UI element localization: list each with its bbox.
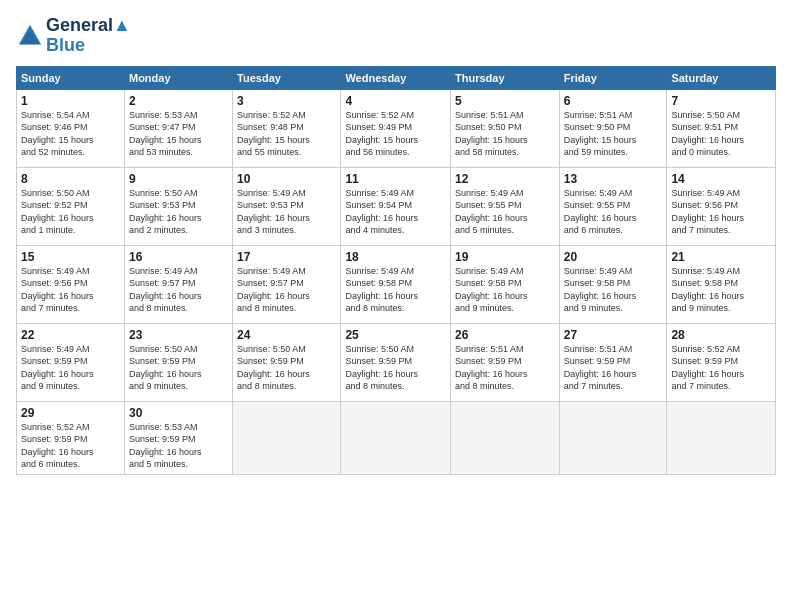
calendar-cell: 12Sunrise: 5:49 AM Sunset: 9:55 PM Dayli… xyxy=(451,167,560,245)
calendar-cell: 23Sunrise: 5:50 AM Sunset: 9:59 PM Dayli… xyxy=(124,323,232,401)
calendar-cell: 29Sunrise: 5:52 AM Sunset: 9:59 PM Dayli… xyxy=(17,401,125,474)
day-number: 2 xyxy=(129,94,228,108)
calendar-cell xyxy=(451,401,560,474)
day-info: Sunrise: 5:49 AM Sunset: 9:59 PM Dayligh… xyxy=(21,343,120,393)
day-number: 26 xyxy=(455,328,555,342)
calendar: SundayMondayTuesdayWednesdayThursdayFrid… xyxy=(16,66,776,475)
day-info: Sunrise: 5:50 AM Sunset: 9:53 PM Dayligh… xyxy=(129,187,228,237)
day-info: Sunrise: 5:50 AM Sunset: 9:59 PM Dayligh… xyxy=(345,343,446,393)
calendar-cell xyxy=(559,401,667,474)
calendar-cell: 3Sunrise: 5:52 AM Sunset: 9:48 PM Daylig… xyxy=(233,89,341,167)
calendar-cell: 8Sunrise: 5:50 AM Sunset: 9:52 PM Daylig… xyxy=(17,167,125,245)
day-info: Sunrise: 5:49 AM Sunset: 9:58 PM Dayligh… xyxy=(564,265,663,315)
day-info: Sunrise: 5:53 AM Sunset: 9:59 PM Dayligh… xyxy=(129,421,228,471)
day-info: Sunrise: 5:52 AM Sunset: 9:59 PM Dayligh… xyxy=(21,421,120,471)
calendar-cell: 25Sunrise: 5:50 AM Sunset: 9:59 PM Dayli… xyxy=(341,323,451,401)
day-number: 17 xyxy=(237,250,336,264)
calendar-cell: 9Sunrise: 5:50 AM Sunset: 9:53 PM Daylig… xyxy=(124,167,232,245)
day-number: 16 xyxy=(129,250,228,264)
calendar-cell: 1Sunrise: 5:54 AM Sunset: 9:46 PM Daylig… xyxy=(17,89,125,167)
day-number: 15 xyxy=(21,250,120,264)
day-info: Sunrise: 5:49 AM Sunset: 9:58 PM Dayligh… xyxy=(345,265,446,315)
day-number: 14 xyxy=(671,172,771,186)
calendar-cell: 10Sunrise: 5:49 AM Sunset: 9:53 PM Dayli… xyxy=(233,167,341,245)
day-number: 6 xyxy=(564,94,663,108)
day-info: Sunrise: 5:49 AM Sunset: 9:53 PM Dayligh… xyxy=(237,187,336,237)
day-number: 7 xyxy=(671,94,771,108)
logo-icon xyxy=(16,22,44,50)
day-number: 9 xyxy=(129,172,228,186)
calendar-cell: 17Sunrise: 5:49 AM Sunset: 9:57 PM Dayli… xyxy=(233,245,341,323)
day-info: Sunrise: 5:49 AM Sunset: 9:55 PM Dayligh… xyxy=(564,187,663,237)
weekday-header: Thursday xyxy=(451,66,560,89)
day-number: 18 xyxy=(345,250,446,264)
day-number: 30 xyxy=(129,406,228,420)
day-info: Sunrise: 5:49 AM Sunset: 9:55 PM Dayligh… xyxy=(455,187,555,237)
day-info: Sunrise: 5:51 AM Sunset: 9:50 PM Dayligh… xyxy=(564,109,663,159)
logo-text: General▲ Blue xyxy=(46,16,131,56)
day-number: 12 xyxy=(455,172,555,186)
day-info: Sunrise: 5:51 AM Sunset: 9:50 PM Dayligh… xyxy=(455,109,555,159)
day-number: 22 xyxy=(21,328,120,342)
logo: General▲ Blue xyxy=(16,16,131,56)
day-number: 25 xyxy=(345,328,446,342)
calendar-cell: 2Sunrise: 5:53 AM Sunset: 9:47 PM Daylig… xyxy=(124,89,232,167)
day-info: Sunrise: 5:51 AM Sunset: 9:59 PM Dayligh… xyxy=(564,343,663,393)
calendar-cell: 18Sunrise: 5:49 AM Sunset: 9:58 PM Dayli… xyxy=(341,245,451,323)
day-number: 24 xyxy=(237,328,336,342)
calendar-cell: 22Sunrise: 5:49 AM Sunset: 9:59 PM Dayli… xyxy=(17,323,125,401)
weekday-header: Wednesday xyxy=(341,66,451,89)
day-info: Sunrise: 5:49 AM Sunset: 9:57 PM Dayligh… xyxy=(129,265,228,315)
calendar-cell: 16Sunrise: 5:49 AM Sunset: 9:57 PM Dayli… xyxy=(124,245,232,323)
day-info: Sunrise: 5:49 AM Sunset: 9:56 PM Dayligh… xyxy=(21,265,120,315)
calendar-cell: 11Sunrise: 5:49 AM Sunset: 9:54 PM Dayli… xyxy=(341,167,451,245)
day-info: Sunrise: 5:49 AM Sunset: 9:58 PM Dayligh… xyxy=(671,265,771,315)
calendar-cell: 28Sunrise: 5:52 AM Sunset: 9:59 PM Dayli… xyxy=(667,323,776,401)
day-number: 10 xyxy=(237,172,336,186)
day-info: Sunrise: 5:52 AM Sunset: 9:48 PM Dayligh… xyxy=(237,109,336,159)
calendar-cell: 20Sunrise: 5:49 AM Sunset: 9:58 PM Dayli… xyxy=(559,245,667,323)
calendar-cell: 24Sunrise: 5:50 AM Sunset: 9:59 PM Dayli… xyxy=(233,323,341,401)
page: General▲ Blue SundayMondayTuesdayWednesd… xyxy=(0,0,792,612)
calendar-cell: 15Sunrise: 5:49 AM Sunset: 9:56 PM Dayli… xyxy=(17,245,125,323)
day-info: Sunrise: 5:49 AM Sunset: 9:57 PM Dayligh… xyxy=(237,265,336,315)
calendar-cell: 19Sunrise: 5:49 AM Sunset: 9:58 PM Dayli… xyxy=(451,245,560,323)
calendar-cell xyxy=(341,401,451,474)
day-info: Sunrise: 5:51 AM Sunset: 9:59 PM Dayligh… xyxy=(455,343,555,393)
day-info: Sunrise: 5:50 AM Sunset: 9:59 PM Dayligh… xyxy=(237,343,336,393)
day-info: Sunrise: 5:52 AM Sunset: 9:49 PM Dayligh… xyxy=(345,109,446,159)
day-number: 23 xyxy=(129,328,228,342)
calendar-cell: 6Sunrise: 5:51 AM Sunset: 9:50 PM Daylig… xyxy=(559,89,667,167)
weekday-header: Sunday xyxy=(17,66,125,89)
calendar-cell xyxy=(233,401,341,474)
calendar-cell: 14Sunrise: 5:49 AM Sunset: 9:56 PM Dayli… xyxy=(667,167,776,245)
header: General▲ Blue xyxy=(16,16,776,56)
calendar-cell: 13Sunrise: 5:49 AM Sunset: 9:55 PM Dayli… xyxy=(559,167,667,245)
calendar-cell: 26Sunrise: 5:51 AM Sunset: 9:59 PM Dayli… xyxy=(451,323,560,401)
day-info: Sunrise: 5:50 AM Sunset: 9:52 PM Dayligh… xyxy=(21,187,120,237)
day-info: Sunrise: 5:52 AM Sunset: 9:59 PM Dayligh… xyxy=(671,343,771,393)
day-number: 1 xyxy=(21,94,120,108)
day-number: 29 xyxy=(21,406,120,420)
calendar-cell: 4Sunrise: 5:52 AM Sunset: 9:49 PM Daylig… xyxy=(341,89,451,167)
weekday-header: Monday xyxy=(124,66,232,89)
calendar-cell: 5Sunrise: 5:51 AM Sunset: 9:50 PM Daylig… xyxy=(451,89,560,167)
day-number: 20 xyxy=(564,250,663,264)
day-number: 5 xyxy=(455,94,555,108)
weekday-header: Friday xyxy=(559,66,667,89)
calendar-cell: 30Sunrise: 5:53 AM Sunset: 9:59 PM Dayli… xyxy=(124,401,232,474)
calendar-cell: 7Sunrise: 5:50 AM Sunset: 9:51 PM Daylig… xyxy=(667,89,776,167)
day-number: 19 xyxy=(455,250,555,264)
calendar-cell: 27Sunrise: 5:51 AM Sunset: 9:59 PM Dayli… xyxy=(559,323,667,401)
day-info: Sunrise: 5:53 AM Sunset: 9:47 PM Dayligh… xyxy=(129,109,228,159)
day-info: Sunrise: 5:50 AM Sunset: 9:51 PM Dayligh… xyxy=(671,109,771,159)
day-info: Sunrise: 5:49 AM Sunset: 9:56 PM Dayligh… xyxy=(671,187,771,237)
day-number: 4 xyxy=(345,94,446,108)
weekday-header: Tuesday xyxy=(233,66,341,89)
day-number: 3 xyxy=(237,94,336,108)
day-info: Sunrise: 5:49 AM Sunset: 9:58 PM Dayligh… xyxy=(455,265,555,315)
day-number: 8 xyxy=(21,172,120,186)
weekday-header: Saturday xyxy=(667,66,776,89)
calendar-cell: 21Sunrise: 5:49 AM Sunset: 9:58 PM Dayli… xyxy=(667,245,776,323)
day-number: 13 xyxy=(564,172,663,186)
